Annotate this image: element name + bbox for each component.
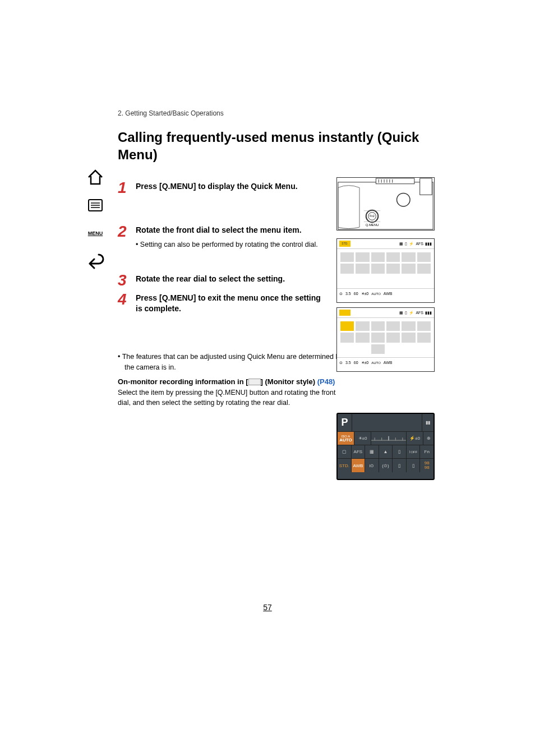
menu-icon[interactable]: MENU — [86, 224, 104, 242]
battery-icon: ▮▮▮ — [425, 242, 432, 246]
quick-menu-screen-1: STD. ▦ ▯ ⚡ AFS ▮▮▮ ⊙ 3.5 60 ☀±0 AUTO AWB — [336, 238, 435, 303]
note-body: Select the item by pressing the [Q.MENU]… — [118, 388, 336, 409]
quality-icon: ▦ — [399, 311, 403, 315]
quick-menu-screen-2: ▦ ▯ ⚡ AFS ▮▮▮ ⊙ 3.5 60 ☀±0 AUTO AWB — [336, 307, 435, 372]
aperture-value: 3.5 — [345, 292, 351, 296]
toc-icon[interactable] — [86, 196, 104, 214]
camera-illustration: Fn2 Q.MENU — [336, 177, 435, 231]
awb-label: AWB — [384, 292, 393, 296]
monitor-style-screen: P ▮▮ ISO AAUTO ☀±0 ⚡±0 ⊕ ▢ AFS ▦ ▲ ▯ ⌇OF… — [336, 413, 435, 480]
size-icon: ▯ — [405, 242, 407, 246]
monitor-style-icon — [248, 379, 261, 385]
idynamic-icon: i⊙ — [370, 463, 375, 468]
afs-label: AFS — [416, 242, 423, 246]
step-title: Press [Q.MENU] to exit the menu once the… — [136, 293, 326, 315]
back-icon[interactable] — [86, 252, 104, 270]
sidebar-nav: MENU — [84, 168, 107, 270]
ev-value: ☀±0 — [358, 436, 367, 441]
flash-icon: ⚡ — [409, 311, 414, 315]
subsection-heading: On-monitor recording information in [] (… — [118, 377, 437, 387]
step-note: Setting can also be performed by rotatin… — [136, 239, 326, 250]
metering-icon: (⊙) — [382, 463, 389, 468]
photo-style-badge: STD. — [339, 241, 350, 247]
awb-label: AWB — [353, 463, 363, 468]
page-ref-link[interactable]: (P48) — [317, 377, 335, 386]
size-icon: ▯ — [398, 449, 400, 454]
flash-ev: ⚡±0 — [409, 436, 420, 441]
quality-icon: ▦ — [399, 242, 403, 246]
size-icon: ▯ — [405, 311, 407, 315]
photo-style-badge — [339, 310, 350, 316]
drive-icon: ▢ — [342, 449, 347, 454]
step-number: 3 — [118, 273, 136, 288]
metering-icon: ⊙ — [339, 292, 343, 296]
page-number[interactable]: 57 — [0, 603, 535, 612]
step-title: Rotate the front dial to select the menu… — [136, 225, 326, 236]
qmenu-label: Q.MENU — [366, 223, 379, 227]
ev-value: ☀±0 — [361, 361, 369, 365]
shutter-value: 60 — [354, 292, 358, 296]
shutter-value: 60 — [354, 361, 358, 365]
battery-icon: ▮▮ — [426, 420, 430, 425]
ev-value: ☀±0 — [361, 292, 369, 296]
home-icon[interactable] — [86, 168, 104, 186]
iso-auto: AUTO — [371, 361, 381, 365]
mode-indicator: P — [341, 417, 348, 428]
svg-point-13 — [397, 193, 410, 206]
awb-label: AWB — [384, 361, 393, 365]
remaining-2: 98 — [425, 465, 430, 470]
wifi-icon: ⌇OFF — [409, 450, 417, 454]
fn2-label: Fn2 — [370, 215, 375, 218]
page-title: Calling frequently-used menus instantly … — [118, 128, 437, 163]
fn-label: Fn — [425, 449, 430, 454]
battery-icon: ▮▮▮ — [425, 311, 432, 315]
std-label: STD. — [339, 463, 349, 468]
metering-icon: ⊙ — [339, 361, 343, 365]
breadcrumb: 2. Getting Started/Basic Operations — [118, 109, 437, 117]
flash-mode-icon: ⊕ — [427, 436, 431, 441]
step-title: Rotate the rear dial to select the setti… — [136, 274, 326, 285]
svg-rect-12 — [420, 178, 432, 195]
step-number: 4 — [118, 292, 136, 307]
step-number: 2 — [118, 224, 136, 239]
af-area-icon: ▦ — [370, 449, 374, 454]
quality-icon: ▲ — [384, 449, 388, 454]
iso-auto: AUTO — [371, 292, 381, 296]
aperture-value: 3.5 — [345, 361, 351, 365]
stabilizer-icon: ▯ — [398, 463, 400, 468]
auto-label: AUTO — [339, 438, 352, 442]
afs-label: AFS — [354, 449, 363, 454]
step-number: 1 — [118, 180, 136, 196]
afs-label: AFS — [416, 311, 423, 315]
card-icon: ▯ — [412, 463, 414, 468]
step-title: Press [Q.MENU] to display the Quick Menu… — [136, 181, 326, 192]
flash-icon: ⚡ — [409, 242, 414, 246]
svg-rect-4 — [338, 182, 433, 229]
